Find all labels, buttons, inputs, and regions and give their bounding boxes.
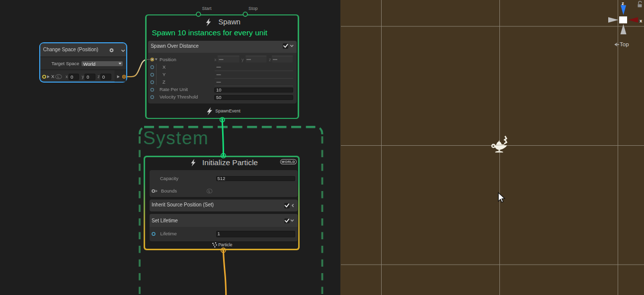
svg-text:L: L xyxy=(58,75,60,79)
svg-text:L: L xyxy=(209,190,211,193)
